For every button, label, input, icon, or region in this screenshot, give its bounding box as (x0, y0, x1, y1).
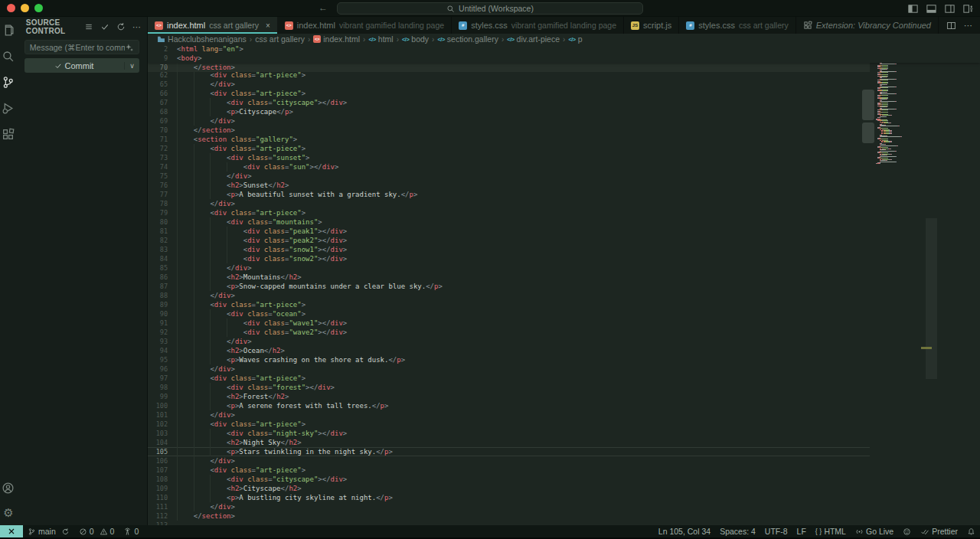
editor-scrollbar[interactable] (926, 218, 937, 379)
customize-layout-icon[interactable] (962, 3, 974, 15)
toggle-panel-icon[interactable] (926, 3, 937, 15)
code-line-80[interactable]: 80 <div class="mountains"> (148, 217, 980, 227)
code-line-93[interactable]: 93 </div> (148, 337, 980, 346)
breadcrumb-item-index.html[interactable]: <>index.html (313, 34, 360, 44)
code-line-72[interactable]: 72 <div class="art-piece"> (148, 144, 980, 153)
prettier-status[interactable]: Prettier (916, 527, 962, 536)
code-line-106[interactable]: 106 </div> (148, 456, 980, 466)
code-line-104[interactable]: 104 <h2>Night Sky</h2> (148, 438, 980, 447)
code-line-69[interactable]: 69 </div> (148, 116, 980, 126)
breadcrumb-item-body[interactable]: </>body (402, 34, 429, 44)
code-line-65[interactable]: 65 </div> (148, 80, 980, 89)
code-line-70[interactable]: 70 </section> (148, 126, 980, 135)
code-line-90[interactable]: 90 <div class="ocean"> (148, 309, 980, 318)
explorer-icon[interactable] (2, 23, 15, 37)
code-line-91[interactable]: 91 <div class="wave1"></div> (148, 318, 980, 328)
code-line-70[interactable]: 70 </section> (148, 63, 980, 72)
go-live-button[interactable]: Go Live (851, 527, 898, 536)
tab-index.html[interactable]: <>index.htmlcss art gallery× (148, 17, 278, 34)
command-center-search[interactable]: Untitled (Workspace) (337, 2, 643, 15)
code-line-100[interactable]: 100 <p>A serene forest with tall trees.<… (148, 401, 980, 410)
code-line-101[interactable]: 101 </div> (148, 410, 980, 420)
extensions-icon[interactable] (2, 127, 15, 141)
breadcrumb-item-html[interactable]: </>html (368, 34, 393, 44)
problems-status[interactable]: 0 0 (74, 525, 119, 537)
code-line-103[interactable]: 103 <div class="night-sky"></div> (148, 429, 980, 438)
breadcrumb-item-section.gallery[interactable]: </>section.gallery (437, 34, 498, 44)
code-line-98[interactable]: 98 <div class="forest"></div> (148, 383, 980, 392)
settings-gear-icon[interactable]: ⚙ (2, 505, 15, 519)
account-icon[interactable] (2, 481, 15, 495)
remote-indicator[interactable] (0, 525, 23, 537)
view-sort-icon[interactable] (84, 22, 93, 31)
ports-status[interactable]: 0 (119, 525, 143, 537)
code-line-9[interactable]: 9<body> (148, 54, 980, 63)
code-line-94[interactable]: 94 <h2>Ocean</h2> (148, 346, 980, 355)
code-line-102[interactable]: 102 <div class="art-piece"> (148, 420, 980, 429)
code-line-95[interactable]: 95 <p>Waves crashing on the shore at dus… (148, 355, 980, 364)
toggle-primary-sidebar-icon[interactable] (907, 3, 919, 15)
breadcrumb-item-p[interactable]: </>p (568, 34, 582, 44)
code-editor[interactable]: 2<html lang="en">9<body>70 </section>62 … (148, 44, 980, 525)
code-line-68[interactable]: 68 <p>Cityscape</p> (148, 107, 980, 116)
code-line-88[interactable]: 88 </div> (148, 291, 980, 300)
code-line-92[interactable]: 92 <div class="wave2"></div> (148, 328, 980, 337)
minimap-slider[interactable] (862, 122, 874, 143)
breadcrumb-item-hackclubshenanigans[interactable]: Hackclubshenanigans (157, 34, 247, 44)
code-line-96[interactable]: 96 </div> (148, 364, 980, 374)
eol-status[interactable]: LF (792, 527, 811, 536)
git-branch-status[interactable]: main (23, 525, 74, 537)
source-control-icon[interactable] (2, 75, 15, 89)
code-line-105[interactable]: 105 <p>Stars twinkling in the night sky.… (148, 447, 980, 456)
partially-scrolled-line[interactable]: 62 <div class="art-piece"> (148, 72, 980, 80)
code-line-74[interactable]: 74 <div class="sun"></div> (148, 162, 980, 172)
split-editor-icon[interactable] (946, 21, 956, 31)
code-line-87[interactable]: 87 <p>Snow-capped mountains under a clea… (148, 282, 980, 291)
code-line-71[interactable]: 71 <section class="gallery"> (148, 135, 980, 144)
toggle-secondary-sidebar-icon[interactable] (944, 3, 956, 15)
code-line-67[interactable]: 67 <div class="cityscape"></div> (148, 98, 980, 107)
code-line-109[interactable]: 109 <h2>Cityscape</h2> (148, 484, 980, 493)
code-line-78[interactable]: 78 </div> (148, 199, 980, 208)
zoom-window-button[interactable] (34, 4, 43, 12)
tab-extension-vibrancy-continued[interactable]: Extension: Vibrancy Continued (796, 17, 939, 34)
close-tab-icon[interactable]: × (266, 21, 270, 30)
sparkle-ai-icon[interactable] (125, 43, 134, 52)
code-line-97[interactable]: 97 <div class="art-piece"> (148, 374, 980, 383)
code-line-107[interactable]: 107 <div class="art-piece"> (148, 466, 980, 475)
code-line-66[interactable]: 66 <div class="art-piece"> (148, 89, 980, 98)
code-line-85[interactable]: 85 </div> (148, 263, 980, 273)
minimap-slider[interactable] (862, 90, 874, 120)
code-line-77[interactable]: 77 <p>A beautiful sunset with a gradient… (148, 190, 980, 199)
code-line-75[interactable]: 75 </div> (148, 172, 980, 181)
code-line-76[interactable]: 76 <h2>Sunset</h2> (148, 181, 980, 190)
code-line-73[interactable]: 73 <div class="sunset"> (148, 153, 980, 162)
code-line-82[interactable]: 82 <div class="peak2"></div> (148, 236, 980, 245)
feedback-button[interactable] (898, 528, 916, 536)
commit-button[interactable]: Commit ∨ (24, 58, 139, 73)
language-mode[interactable]: { } HTML (811, 527, 851, 536)
editor-more-actions-icon[interactable]: ⋯ (964, 21, 972, 31)
commit-message-input[interactable]: Message (⌘Enter to commit on "main") (24, 40, 139, 54)
commit-action-icon[interactable] (100, 22, 109, 31)
tab-index.html[interactable]: <>index.htmlvibrant gamified landing pag… (278, 17, 452, 34)
code-line-108[interactable]: 108 <div class="cityscape"></div> (148, 475, 980, 484)
code-line-2[interactable]: 2<html lang="en"> (148, 44, 980, 54)
close-window-button[interactable] (7, 4, 15, 12)
tab-styles.css[interactable]: #styles.csscss art gallery (679, 17, 795, 34)
notifications-bell[interactable] (962, 528, 980, 536)
commit-dropdown-button[interactable]: ∨ (124, 62, 139, 70)
code-line-79[interactable]: 79 <div class="art-piece"> (148, 208, 980, 217)
sticky-scroll[interactable]: 2<html lang="en">9<body> (148, 44, 980, 63)
refresh-icon[interactable] (116, 22, 126, 31)
code-line-99[interactable]: 99 <h2>Forest</h2> (148, 392, 980, 401)
more-actions-icon[interactable]: ⋯ (132, 23, 141, 31)
breadcrumb-item-div.art-piece[interactable]: </>div.art-piece (507, 34, 560, 44)
indentation-status[interactable]: Spaces: 4 (715, 527, 760, 536)
code-line-81[interactable]: 81 <div class="peak1"></div> (148, 227, 980, 236)
code-line-62[interactable]: 62 <div class="art-piece"> (148, 72, 980, 80)
code-line-89[interactable]: 89 <div class="art-piece"> (148, 300, 980, 309)
tab-script.js[interactable]: JSscript.js (624, 17, 679, 34)
code-line-83[interactable]: 83 <div class="snow1"></div> (148, 245, 980, 254)
history-back-icon[interactable]: ← (317, 2, 329, 13)
